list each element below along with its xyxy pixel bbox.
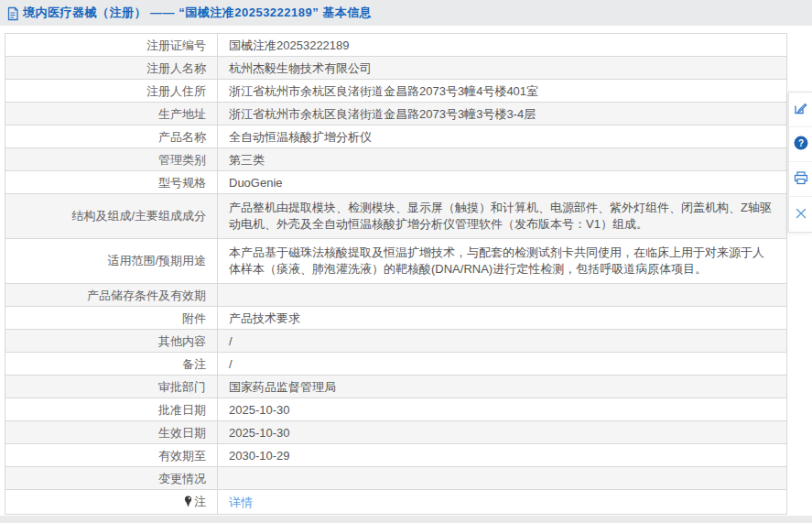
- row-value: 2025-10-30: [218, 421, 787, 444]
- row-label: 生产地址: [5, 103, 218, 125]
- table-row: 批准日期2025-10-30: [5, 398, 787, 421]
- row-value: 产品整机由提取模块、检测模块、显示屏（触摸）和计算机、电源部件、紫外灯组件、闭盖…: [218, 194, 787, 239]
- table-row: 管理类别第三类: [5, 148, 787, 171]
- row-label: 适用范围/预期用途: [5, 239, 218, 284]
- row-label: 附件: [5, 307, 218, 330]
- page-title: 境内医疗器械（注册） —— “国械注准20253222189” 基本信息: [23, 5, 372, 21]
- table-row: 注详情: [5, 490, 787, 515]
- row-value: 杭州杰毅生物技术有限公司: [218, 57, 787, 80]
- print-button[interactable]: [789, 162, 812, 197]
- table-row: 生产地址浙江省杭州市余杭区良渚街道金昌路2073号3幢3号楼3-4层: [5, 103, 787, 125]
- row-label: 注册人名称: [5, 57, 218, 80]
- row-value: 2025-10-30: [218, 398, 787, 421]
- row-value: [218, 467, 787, 490]
- page-header: 境内医疗器械（注册） —— “国械注准20253222189” 基本信息: [0, 0, 812, 26]
- row-label: 审批部门: [5, 376, 218, 398]
- registration-info-table: 注册证编号国械注准20253222189注册人名称杭州杰毅生物技术有限公司注册人…: [5, 33, 787, 515]
- help-icon: ?: [794, 136, 808, 153]
- row-label: 注: [5, 490, 218, 515]
- help-button[interactable]: ?: [789, 127, 812, 162]
- row-label: 管理类别: [5, 148, 218, 171]
- table-row: 结构及组成/主要组成成分产品整机由提取模块、检测模块、显示屏（触摸）和计算机、电…: [5, 194, 787, 239]
- row-label: 型号规格: [5, 171, 218, 194]
- row-value: DuoGenie: [218, 171, 787, 194]
- table-row: 备注/: [5, 353, 787, 376]
- row-value: 浙江省杭州市余杭区良渚街道金昌路2073号3幢3号楼3-4层: [218, 103, 787, 125]
- table-row: 注册证编号国械注准20253222189: [5, 34, 787, 57]
- row-label: 备注: [5, 353, 218, 376]
- table-row: 型号规格DuoGenie: [5, 171, 787, 194]
- row-value: 本产品基于磁珠法核酸提取及恒温扩增技术，与配套的检测试剂卡共同使用，在临床上用于…: [218, 239, 787, 284]
- close-button[interactable]: [789, 197, 812, 232]
- row-value: 详情: [218, 490, 787, 515]
- table-row: 审批部门国家药品监督管理局: [5, 376, 787, 398]
- row-label: 生效日期: [5, 421, 218, 444]
- svg-text:?: ?: [797, 138, 803, 148]
- floating-toolbar: ?: [788, 92, 812, 233]
- edit-icon: [794, 102, 807, 118]
- detail-link[interactable]: 详情: [229, 496, 253, 509]
- close-icon: [796, 208, 807, 222]
- row-label: 结构及组成/主要组成成分: [5, 194, 218, 239]
- info-table-body: 注册证编号国械注准20253222189注册人名称杭州杰毅生物技术有限公司注册人…: [5, 34, 787, 515]
- row-value: 全自动恒温核酸扩增分析仪: [218, 125, 787, 148]
- bottom-band: [0, 516, 812, 523]
- table-row: 产品储存条件及有效期: [5, 284, 787, 307]
- row-value: 产品技术要求: [218, 307, 787, 330]
- pin-icon: [184, 496, 192, 511]
- row-label: 注册证编号: [5, 34, 218, 57]
- row-value: 国械注准20253222189: [218, 34, 787, 57]
- row-value: /: [218, 353, 787, 376]
- table-row: 有效期至2030-10-29: [5, 444, 787, 467]
- table-row: 注册人名称杭州杰毅生物技术有限公司: [5, 57, 787, 80]
- table-row: 其他内容/: [5, 330, 787, 353]
- row-label: 其他内容: [5, 330, 218, 353]
- row-value: 国家药品监督管理局: [218, 376, 787, 398]
- row-value: 2030-10-29: [218, 444, 787, 467]
- row-label: 产品储存条件及有效期: [5, 284, 218, 307]
- row-label: 注册人住所: [5, 80, 218, 103]
- row-value: 浙江省杭州市余杭区良渚街道金昌路2073号3幢4号楼401室: [218, 80, 787, 103]
- table-row: 生效日期2025-10-30: [5, 421, 787, 444]
- edit-button[interactable]: [789, 93, 812, 127]
- row-label: 变更情况: [5, 467, 218, 490]
- row-value: [218, 284, 787, 307]
- row-value: 第三类: [218, 148, 787, 171]
- table-row: 附件产品技术要求: [5, 307, 787, 330]
- document-icon: [6, 6, 19, 21]
- row-label: 有效期至: [5, 444, 218, 467]
- row-label: 批准日期: [5, 398, 218, 421]
- table-row: 变更情况: [5, 467, 787, 490]
- table-row: 注册人住所浙江省杭州市余杭区良渚街道金昌路2073号3幢4号楼401室: [5, 80, 787, 103]
- row-value: /: [218, 330, 787, 353]
- row-label: 产品名称: [5, 125, 218, 148]
- table-row: 适用范围/预期用途本产品基于磁珠法核酸提取及恒温扩增技术，与配套的检测试剂卡共同…: [5, 239, 787, 284]
- table-row: 产品名称全自动恒温核酸扩增分析仪: [5, 125, 787, 148]
- print-icon: [794, 171, 808, 188]
